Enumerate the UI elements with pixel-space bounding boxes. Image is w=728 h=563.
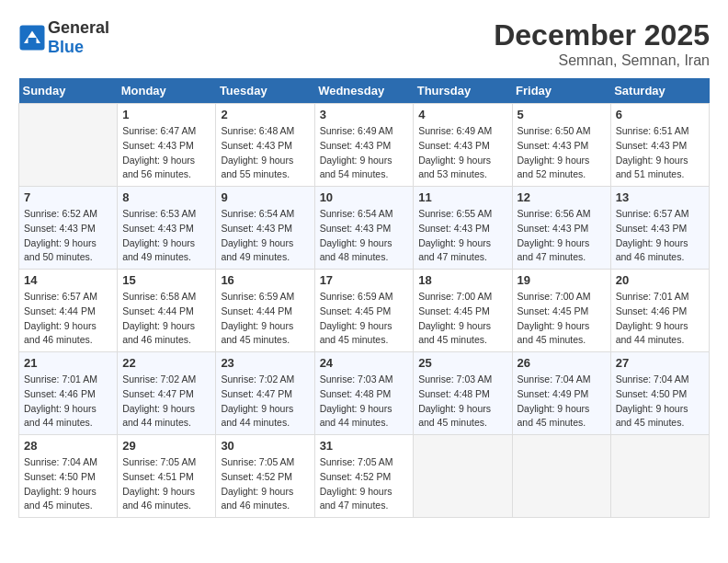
day-info: Sunrise: 6:54 AMSunset: 4:43 PMDaylight:… [221,207,309,265]
logo: General Blue [18,18,109,57]
day-number: 21 [24,356,112,370]
calendar-week-row: 1Sunrise: 6:47 AMSunset: 4:43 PMDaylight… [19,104,710,187]
day-number: 15 [122,273,210,287]
weekday-header: Sunday [19,78,118,104]
calendar-cell: 3Sunrise: 6:49 AMSunset: 4:43 PMDaylight… [314,104,414,187]
calendar-cell: 17Sunrise: 6:59 AMSunset: 4:45 PMDayligh… [314,270,414,352]
day-number: 9 [221,190,309,204]
calendar-cell: 22Sunrise: 7:02 AMSunset: 4:47 PMDayligh… [118,352,216,435]
calendar-cell: 27Sunrise: 7:04 AMSunset: 4:50 PMDayligh… [610,352,709,435]
calendar-cell: 8Sunrise: 6:53 AMSunset: 4:43 PMDaylight… [118,187,216,270]
calendar-week-row: 21Sunrise: 7:01 AMSunset: 4:46 PMDayligh… [19,352,710,435]
day-number: 14 [24,273,112,287]
calendar-cell: 21Sunrise: 7:01 AMSunset: 4:46 PMDayligh… [19,352,118,435]
day-info: Sunrise: 6:52 AMSunset: 4:43 PMDaylight:… [24,207,112,265]
calendar-cell: 11Sunrise: 6:55 AMSunset: 4:43 PMDayligh… [414,187,512,270]
calendar-table: SundayMondayTuesdayWednesdayThursdayFrid… [18,78,710,518]
calendar-cell: 6Sunrise: 6:51 AMSunset: 4:43 PMDaylight… [610,104,709,187]
calendar-cell: 10Sunrise: 6:54 AMSunset: 4:43 PMDayligh… [314,187,414,270]
day-info: Sunrise: 6:58 AMSunset: 4:44 PMDaylight:… [122,290,210,348]
calendar-cell: 18Sunrise: 7:00 AMSunset: 4:45 PMDayligh… [414,270,512,352]
calendar-week-row: 14Sunrise: 6:57 AMSunset: 4:44 PMDayligh… [19,270,710,352]
calendar-cell: 1Sunrise: 6:47 AMSunset: 4:43 PMDaylight… [118,104,216,187]
day-number: 3 [320,108,409,121]
day-info: Sunrise: 6:57 AMSunset: 4:43 PMDaylight:… [616,207,704,265]
day-number: 13 [616,190,704,204]
day-number: 20 [616,273,704,287]
day-info: Sunrise: 6:49 AMSunset: 4:43 PMDaylight:… [418,124,506,182]
day-number: 1 [122,108,210,121]
day-info: Sunrise: 7:01 AMSunset: 4:46 PMDaylight:… [24,373,112,431]
calendar-cell: 16Sunrise: 6:59 AMSunset: 4:44 PMDayligh… [216,270,314,352]
day-info: Sunrise: 6:51 AMSunset: 4:43 PMDaylight:… [616,124,704,182]
calendar-week-row: 28Sunrise: 7:04 AMSunset: 4:50 PMDayligh… [19,435,710,518]
day-info: Sunrise: 6:57 AMSunset: 4:44 PMDaylight:… [24,290,112,348]
weekday-header: Saturday [610,78,709,104]
calendar-cell: 5Sunrise: 6:50 AMSunset: 4:43 PMDaylight… [512,104,610,187]
month-title: December 2025 [494,18,710,52]
calendar-cell: 29Sunrise: 7:05 AMSunset: 4:51 PMDayligh… [118,435,216,518]
day-number: 30 [221,439,309,453]
calendar-week-row: 7Sunrise: 6:52 AMSunset: 4:43 PMDaylight… [19,187,710,270]
calendar-cell: 25Sunrise: 7:03 AMSunset: 4:48 PMDayligh… [414,352,512,435]
day-info: Sunrise: 7:01 AMSunset: 4:46 PMDaylight:… [616,290,704,348]
calendar-cell: 23Sunrise: 7:02 AMSunset: 4:47 PMDayligh… [216,352,314,435]
day-number: 18 [418,273,506,287]
calendar-cell: 15Sunrise: 6:58 AMSunset: 4:44 PMDayligh… [118,270,216,352]
calendar-cell: 20Sunrise: 7:01 AMSunset: 4:46 PMDayligh… [610,270,709,352]
day-info: Sunrise: 6:48 AMSunset: 4:43 PMDaylight:… [221,124,309,182]
calendar-cell: 12Sunrise: 6:56 AMSunset: 4:43 PMDayligh… [512,187,610,270]
day-info: Sunrise: 7:04 AMSunset: 4:50 PMDaylight:… [616,373,704,431]
calendar-cell: 30Sunrise: 7:05 AMSunset: 4:52 PMDayligh… [216,435,314,518]
calendar-cell: 28Sunrise: 7:04 AMSunset: 4:50 PMDayligh… [19,435,118,518]
day-number: 31 [320,439,409,453]
calendar-cell [414,435,512,518]
day-number: 6 [616,108,704,121]
logo-general: General [48,18,109,37]
day-info: Sunrise: 6:56 AMSunset: 4:43 PMDaylight:… [518,207,606,265]
day-info: Sunrise: 6:47 AMSunset: 4:43 PMDaylight:… [122,124,210,182]
location-title: Semnan, Semnan, Iran [494,52,710,69]
calendar-cell [610,435,709,518]
weekday-header: Monday [118,78,216,104]
day-info: Sunrise: 7:03 AMSunset: 4:48 PMDaylight:… [320,373,409,431]
day-number: 5 [518,108,606,121]
calendar-cell: 19Sunrise: 7:00 AMSunset: 4:45 PMDayligh… [512,270,610,352]
day-info: Sunrise: 7:02 AMSunset: 4:47 PMDaylight:… [221,373,309,431]
day-info: Sunrise: 6:49 AMSunset: 4:43 PMDaylight:… [320,124,409,182]
calendar-cell: 31Sunrise: 7:05 AMSunset: 4:52 PMDayligh… [314,435,414,518]
weekday-header: Wednesday [314,78,414,104]
day-number: 24 [320,356,409,370]
calendar-cell: 13Sunrise: 6:57 AMSunset: 4:43 PMDayligh… [610,187,709,270]
day-number: 16 [221,273,309,287]
day-info: Sunrise: 6:59 AMSunset: 4:44 PMDaylight:… [221,290,309,348]
day-number: 12 [518,190,606,204]
calendar-cell: 9Sunrise: 6:54 AMSunset: 4:43 PMDaylight… [216,187,314,270]
calendar-header: SundayMondayTuesdayWednesdayThursdayFrid… [19,78,710,104]
logo-icon [18,24,46,52]
logo-blue: Blue [48,38,84,56]
day-number: 11 [418,190,506,204]
day-info: Sunrise: 7:00 AMSunset: 4:45 PMDaylight:… [418,290,506,348]
day-number: 26 [518,356,606,370]
calendar-cell: 2Sunrise: 6:48 AMSunset: 4:43 PMDaylight… [216,104,314,187]
calendar-cell [19,104,118,187]
day-number: 27 [616,356,704,370]
day-number: 25 [418,356,506,370]
svg-rect-2 [28,38,37,43]
day-number: 23 [221,356,309,370]
day-info: Sunrise: 7:04 AMSunset: 4:49 PMDaylight:… [518,373,606,431]
day-number: 28 [24,439,112,453]
day-info: Sunrise: 7:05 AMSunset: 4:51 PMDaylight:… [122,455,210,513]
day-number: 7 [24,190,112,204]
day-info: Sunrise: 6:59 AMSunset: 4:45 PMDaylight:… [320,290,409,348]
weekday-header: Thursday [414,78,512,104]
day-number: 10 [320,190,409,204]
day-number: 17 [320,273,409,287]
page-header: General Blue December 2025 Semnan, Semna… [18,18,710,69]
calendar-cell [512,435,610,518]
day-info: Sunrise: 6:50 AMSunset: 4:43 PMDaylight:… [518,124,606,182]
day-info: Sunrise: 6:53 AMSunset: 4:43 PMDaylight:… [122,207,210,265]
day-info: Sunrise: 7:04 AMSunset: 4:50 PMDaylight:… [24,455,112,513]
day-info: Sunrise: 6:54 AMSunset: 4:43 PMDaylight:… [320,207,409,265]
